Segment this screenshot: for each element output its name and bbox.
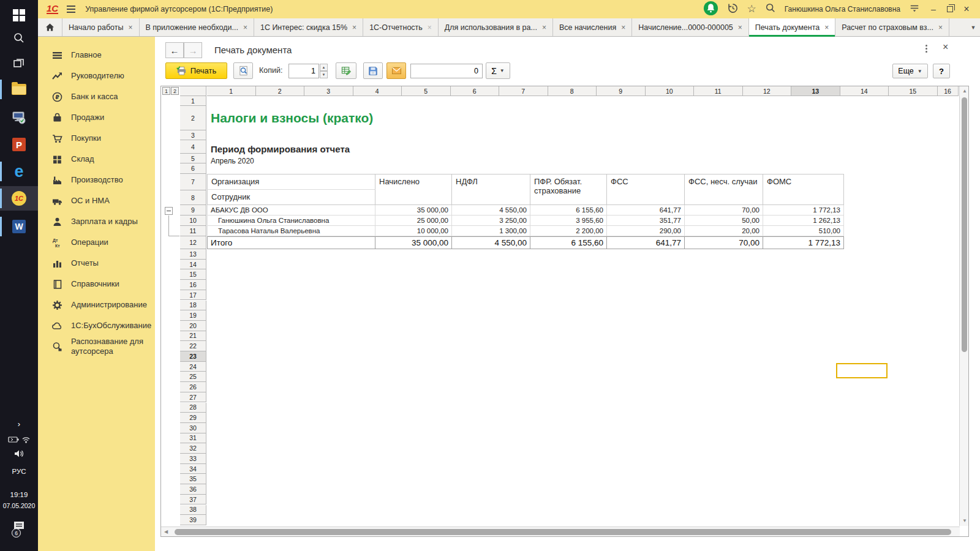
report-value-cell[interactable]: 20,00 <box>685 226 763 236</box>
column-header[interactable]: 9 <box>597 86 646 96</box>
favorites-star-icon[interactable]: ☆ <box>747 4 756 14</box>
sidebar-item[interactable]: ДтКтОперации <box>38 232 155 253</box>
tab-close-icon[interactable]: × <box>243 24 247 31</box>
forward-button[interactable]: → <box>184 42 202 58</box>
column-header[interactable]: 2 <box>256 86 305 96</box>
search-icon[interactable] <box>765 2 776 16</box>
column-header[interactable]: 7 <box>499 86 548 96</box>
send-email-button[interactable] <box>386 62 406 79</box>
sidebar-item[interactable]: Зарплата и кадры <box>38 211 155 232</box>
row-header[interactable]: 7 <box>180 174 206 190</box>
clock-date[interactable]: 07.05.2020 <box>0 502 38 509</box>
horizontal-scroll-thumb[interactable] <box>175 529 951 535</box>
sidebar-item[interactable]: Отчеты <box>38 253 155 274</box>
sum-field[interactable] <box>410 64 483 78</box>
row-header[interactable]: 10 <box>180 216 206 226</box>
tab-close-icon[interactable]: × <box>621 24 625 31</box>
preview-button[interactable] <box>233 62 253 79</box>
tab-overflow-icon[interactable]: ▼ <box>967 18 980 36</box>
sidebar-item[interactable]: Покупки <box>38 128 155 149</box>
sidebar-item[interactable]: Главное <box>38 45 155 66</box>
notification-center-icon[interactable]: 6 <box>0 520 38 535</box>
tab-close-icon[interactable]: × <box>738 24 742 31</box>
column-header[interactable]: 11 <box>694 86 743 96</box>
report-value-cell[interactable]: 641,77 <box>607 205 685 216</box>
onec-app-icon[interactable]: 1С <box>0 186 38 211</box>
row-header[interactable]: 15 <box>180 269 206 280</box>
clock-time[interactable]: 19:19 <box>0 491 38 498</box>
sidebar-item[interactable]: ₽Банк и касса <box>38 86 155 107</box>
row-header[interactable]: 14 <box>180 260 206 270</box>
row-header[interactable]: 18 <box>180 301 206 311</box>
row-header[interactable]: 6 <box>180 163 206 174</box>
report-total-value-cell[interactable]: 4 550,00 <box>452 236 530 249</box>
sidebar-item[interactable]: Администрирование <box>38 294 155 315</box>
report-value-cell[interactable]: 4 550,00 <box>452 205 530 216</box>
report-section-header[interactable]: Период формирования отчета <box>211 144 350 154</box>
row-header[interactable]: 9 <box>180 205 206 216</box>
row-header[interactable]: 21 <box>180 331 206 342</box>
row-header[interactable]: 20 <box>180 321 206 331</box>
sheet-canvas[interactable]: Налоги и взносы (кратко) Период формиров… <box>207 96 960 526</box>
report-total-value-cell[interactable]: 35 000,00 <box>375 236 452 249</box>
row-header[interactable]: 31 <box>180 433 206 444</box>
report-value-cell[interactable]: 70,00 <box>685 205 763 216</box>
home-tab[interactable] <box>38 18 62 36</box>
tab-item[interactable]: 1С-Отчетность× <box>363 18 439 36</box>
report-value-cell[interactable]: 2 200,00 <box>530 226 607 236</box>
column-header[interactable]: 4 <box>353 86 402 96</box>
column-header[interactable]: 15 <box>889 86 938 96</box>
row-header[interactable]: 5 <box>180 154 206 163</box>
group-level-1-button[interactable]: 1 <box>162 87 170 95</box>
current-user[interactable]: Ганюшкина Ольга Станиславовна <box>785 5 900 13</box>
row-header[interactable]: 37 <box>180 495 206 505</box>
report-value-cell[interactable]: 3 955,60 <box>530 216 607 226</box>
column-header[interactable]: 14 <box>840 86 889 96</box>
group-collapse-icon[interactable] <box>165 207 173 215</box>
powerpoint-icon[interactable]: P <box>0 132 38 157</box>
sidebar-item[interactable]: 1С:БухОбслуживание <box>38 315 155 336</box>
report-header-cell[interactable]: ФСС <box>607 174 685 205</box>
tab-item[interactable]: Начисление...0000-000005× <box>632 18 749 36</box>
sheet-corner[interactable] <box>180 86 206 96</box>
tray-expand-icon[interactable]: › <box>0 419 38 429</box>
row-header[interactable]: 17 <box>180 290 206 301</box>
report-value-cell[interactable]: 10 000,00 <box>375 226 452 236</box>
taskbar-search-icon[interactable] <box>0 26 38 50</box>
tab-item[interactable]: 1С Интерес: скидка 15%× <box>254 18 363 36</box>
row-header[interactable]: 4 <box>180 140 206 154</box>
sidebar-item[interactable]: Руководителю <box>38 66 155 86</box>
back-button[interactable]: ← <box>165 42 184 58</box>
report-total-value-cell[interactable]: 641,77 <box>607 236 685 249</box>
column-header[interactable]: 16 <box>938 86 959 96</box>
report-value-cell[interactable]: 290,00 <box>607 226 685 236</box>
tab-close-icon[interactable]: × <box>128 24 132 31</box>
report-header-cell[interactable]: Сотрудник <box>207 190 375 205</box>
report-row-name-cell[interactable]: Тарасова Наталья Валерьевна <box>207 226 375 236</box>
row-header[interactable]: 30 <box>180 423 206 433</box>
report-total-name-cell[interactable]: Итого <box>207 236 375 249</box>
report-value-cell[interactable]: 1 300,00 <box>452 226 530 236</box>
row-header[interactable]: 23 <box>180 351 206 362</box>
report-period[interactable]: Апрель 2020 <box>211 157 254 165</box>
help-button[interactable]: ? <box>933 64 950 78</box>
row-header[interactable]: 2 <box>180 106 206 130</box>
row-header[interactable]: 29 <box>180 413 206 423</box>
speaker-icon[interactable] <box>0 449 38 460</box>
selected-cell[interactable] <box>836 363 888 378</box>
history-icon[interactable] <box>727 2 739 17</box>
tab-item[interactable]: Все начисления× <box>553 18 632 36</box>
report-value-cell[interactable]: 1 262,13 <box>763 216 844 226</box>
row-header[interactable]: 38 <box>180 505 206 515</box>
column-header[interactable]: 12 <box>743 86 792 96</box>
edit-table-button[interactable] <box>336 62 356 79</box>
row-header[interactable]: 33 <box>180 454 206 464</box>
sum-functions-button[interactable]: Σ ▼ <box>486 62 510 79</box>
remote-desktop-icon[interactable] <box>0 105 38 130</box>
column-header[interactable]: 1 <box>207 86 256 96</box>
row-header[interactable]: 26 <box>180 382 206 392</box>
file-explorer-icon[interactable] <box>0 77 38 102</box>
row-header[interactable]: 28 <box>180 403 206 413</box>
row-header[interactable]: 39 <box>180 515 206 525</box>
tab-close-icon[interactable]: × <box>938 24 943 31</box>
